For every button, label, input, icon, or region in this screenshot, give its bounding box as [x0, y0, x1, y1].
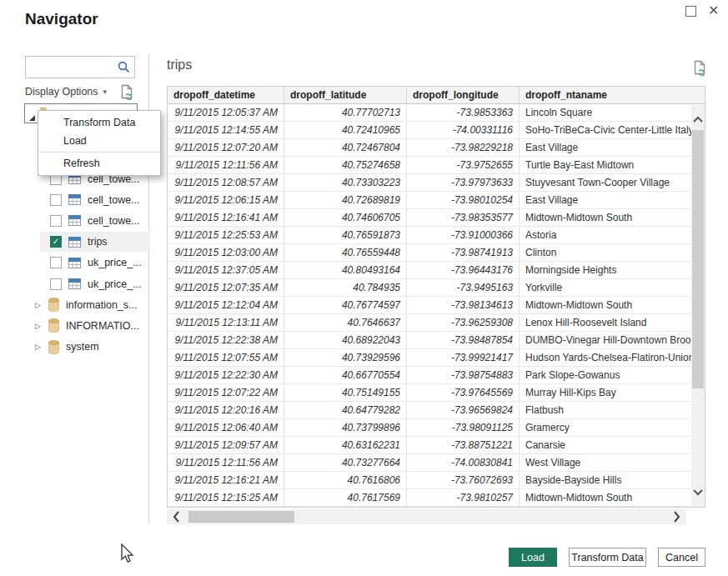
display-options-label: Display Options [25, 86, 98, 98]
table-row: 9/11/2015 12:20:16 AM40.64779282-73.9656… [168, 402, 705, 419]
cancel-button[interactable]: Cancel [658, 548, 705, 567]
cell-dropoff_ntaname: West Village [520, 454, 705, 471]
cell-dropoff_longitude: -73.9752655 [407, 157, 520, 173]
vertical-scrollbar[interactable] [691, 105, 705, 507]
menu-item-refresh[interactable]: Refresh [38, 154, 160, 173]
column-header-dropoff_datetime[interactable]: dropoff_datetime [168, 87, 284, 103]
cell-dropoff_longitude: -73.98353577 [407, 209, 520, 226]
cell-dropoff_datetime: 9/11/2015 12:06:15 AM [168, 192, 284, 208]
transform-data-button[interactable]: Transform Data [569, 548, 646, 567]
checkbox[interactable] [50, 194, 62, 206]
cell-dropoff_ntaname: Lincoln Square [520, 104, 705, 121]
table-row: 9/11/2015 12:11:56 AM40.73277664-74.0083… [168, 454, 705, 472]
cell-dropoff_ntaname: DUMBO-Vinegar Hill-Downtown Brooklyn-Boe… [520, 332, 705, 348]
cell-dropoff_longitude: -74.00331116 [407, 122, 520, 138]
checkbox[interactable] [50, 215, 62, 227]
tree-item-uk-price[interactable]: uk_price_... [25, 253, 148, 273]
cell-dropoff_latitude: 40.75274658 [284, 157, 407, 173]
cell-dropoff_ntaname: SoHo-TriBeCa-Civic Center-Little Italy [520, 122, 705, 138]
cell-dropoff_ntaname: Morningside Heights [520, 262, 705, 278]
cell-dropoff_longitude: -73.98741913 [407, 244, 520, 261]
tree-item-trips[interactable]: ✓trips [25, 232, 148, 253]
display-options-dropdown[interactable]: Display Options▾ [25, 86, 107, 98]
database-icon [48, 318, 59, 333]
cell-dropoff_datetime: 9/11/2015 12:25:53 AM [168, 227, 284, 243]
cell-dropoff_latitude: 40.73799896 [284, 419, 407, 436]
cell-dropoff_datetime: 9/11/2015 12:22:38 AM [168, 332, 284, 348]
search-icon[interactable] [118, 61, 130, 77]
search-input[interactable] [29, 58, 117, 76]
tree-item-information-s[interactable]: ▷information_s... [25, 294, 148, 315]
cell-dropoff_datetime: 9/11/2015 12:20:16 AM [168, 402, 284, 418]
checkbox[interactable] [50, 257, 62, 268]
tree-item-label: uk_price_... [88, 257, 142, 268]
scroll-right-icon[interactable] [673, 510, 681, 527]
table-icon [68, 278, 81, 289]
checkbox[interactable]: ✓ [50, 236, 62, 248]
cell-dropoff_longitude: -73.97645569 [407, 384, 520, 401]
cell-dropoff_latitude: 40.7617569 [284, 489, 407, 506]
cell-dropoff_longitude: -73.98229218 [407, 139, 520, 156]
table-row: 9/11/2015 12:22:38 AM40.68922043-73.9848… [168, 332, 705, 349]
cell-dropoff_datetime: 9/11/2015 12:13:11 AM [168, 314, 284, 331]
cell-dropoff_longitude: -73.96259308 [407, 314, 520, 331]
vertical-scroll-thumb[interactable] [692, 130, 704, 388]
database-icon [48, 298, 59, 312]
scroll-left-icon[interactable] [172, 510, 180, 527]
cell-dropoff_latitude: 40.784935 [284, 279, 407, 296]
cell-dropoff_ntaname: Park Slope-Gowanus [520, 367, 705, 383]
cell-dropoff_datetime: 9/11/2015 12:11:56 AM [168, 454, 284, 471]
close-button[interactable]: ✕ [708, 3, 719, 18]
expand-arrow-icon[interactable]: ▷ [35, 322, 43, 330]
scroll-up-icon[interactable] [692, 112, 704, 127]
cell-dropoff_latitude: 40.63162231 [284, 437, 407, 453]
column-header-dropoff_latitude[interactable]: dropoff_latitude [284, 87, 407, 103]
collapse-arrow-icon[interactable] [28, 110, 36, 125]
cell-dropoff_datetime: 9/11/2015 12:07:22 AM [168, 384, 284, 401]
refresh-preview-icon[interactable] [694, 60, 708, 81]
menu-item-transform-data[interactable]: Transform Data [38, 113, 160, 132]
cell-dropoff_datetime: 9/11/2015 12:07:35 AM [168, 279, 284, 296]
expand-arrow-icon[interactable]: ▷ [35, 301, 43, 309]
refresh-preview-icon[interactable] [121, 84, 135, 105]
cell-dropoff_datetime: 9/11/2015 12:06:40 AM [168, 419, 284, 436]
cell-dropoff_longitude: -73.98010254 [407, 192, 520, 208]
cell-dropoff_longitude: -73.97973633 [407, 174, 520, 191]
table-row: 9/11/2015 12:37:05 AM40.80493164-73.9644… [168, 262, 705, 279]
column-header-dropoff_longitude[interactable]: dropoff_longitude [407, 87, 520, 103]
search-box[interactable] [25, 56, 135, 78]
tree-item-cell-towe[interactable]: cell_towe... [25, 189, 148, 210]
table-row: 9/11/2015 12:08:57 AM40.73303223-73.9797… [168, 174, 705, 192]
cell-dropoff_ntaname: Midtown-Midtown South [520, 297, 705, 313]
context-menu: Transform DataLoadRefresh [38, 110, 161, 176]
cell-dropoff_ntaname: Astoria [520, 227, 705, 243]
maximize-button[interactable] [685, 6, 696, 17]
horizontal-scroll-thumb[interactable] [188, 511, 294, 523]
tree-item-cell-towe[interactable]: cell_towe... [25, 210, 148, 231]
load-button[interactable]: Load [509, 548, 557, 567]
horizontal-scrollbar[interactable] [167, 509, 686, 524]
scroll-down-icon[interactable] [692, 485, 704, 500]
checkbox[interactable] [50, 278, 62, 290]
cell-dropoff_latitude: 40.74606705 [284, 209, 407, 226]
cell-dropoff_ntaname: Gramercy [520, 419, 705, 436]
table-row: 9/11/2015 12:13:11 AM40.7646637-73.96259… [168, 314, 705, 332]
database-icon [48, 340, 59, 354]
column-header-dropoff_ntaname[interactable]: dropoff_ntaname [520, 87, 705, 103]
expand-arrow-icon[interactable]: ▷ [35, 343, 43, 351]
cell-dropoff_datetime: 9/11/2015 12:16:21 AM [168, 472, 284, 488]
data-preview-grid: dropoff_datetimedropoff_latitudedropoff_… [167, 86, 705, 508]
table-row: 9/11/2015 12:09:57 AM40.63162231-73.8875… [168, 437, 705, 454]
tree-item-informatio[interactable]: ▷INFORMATIO... [25, 315, 148, 336]
cell-dropoff_longitude: -73.96569824 [407, 402, 520, 418]
cell-dropoff_longitude: -73.98487854 [407, 332, 520, 348]
menu-item-load[interactable]: Load [38, 132, 160, 150]
tree-item-uk-price[interactable]: uk_price_... [25, 273, 148, 294]
cell-dropoff_ntaname: Flatbush [520, 402, 705, 418]
table-icon [68, 237, 81, 248]
tree-item-system[interactable]: ▷system [25, 337, 148, 358]
cell-dropoff_longitude: -73.9853363 [407, 104, 520, 121]
cell-dropoff_latitude: 40.76774597 [284, 297, 407, 313]
cell-dropoff_latitude: 40.73277664 [284, 454, 407, 471]
table-row: 9/11/2015 12:16:21 AM40.7616806-73.76072… [168, 472, 705, 489]
